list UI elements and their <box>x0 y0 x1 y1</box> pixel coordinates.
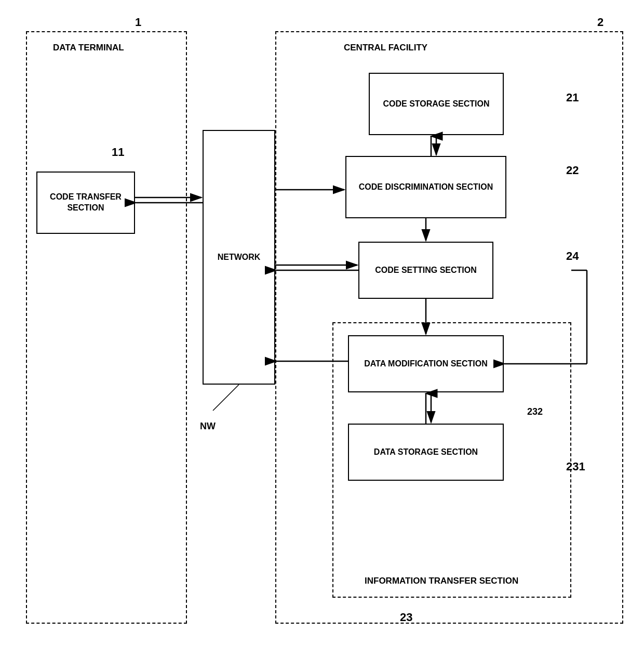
code-discrimination-section-box: CODE DISCRIMINATION SECTION <box>345 156 506 218</box>
information-transfer-section-label: INFORMATION TRANSFER SECTION <box>365 576 518 586</box>
network-box: NETWORK <box>203 130 275 385</box>
central-facility-label: CENTRAL FACILITY <box>344 43 427 53</box>
code-discrimination-section-label: CODE DISCRIMINATION SECTION <box>359 182 493 193</box>
network-label: NETWORK <box>218 252 261 263</box>
code-setting-section-label: CODE SETTING SECTION <box>375 265 477 276</box>
data-terminal-box: DATA TERMINAL <box>26 31 187 624</box>
code-storage-section-label: CODE STORAGE SECTION <box>383 99 489 110</box>
diagram-container: 1 2 DATA TERMINAL CENTRAL FACILITY 11 CO… <box>16 16 628 655</box>
svg-line-19 <box>213 385 239 411</box>
ref-1: 1 <box>135 16 141 29</box>
ref-11: 11 <box>112 146 124 159</box>
ref-22: 22 <box>566 164 579 177</box>
ref-24: 24 <box>566 249 579 263</box>
information-transfer-section-box: INFORMATION TRANSFER SECTION <box>332 322 571 598</box>
code-storage-section-box: CODE STORAGE SECTION <box>369 73 504 135</box>
ref-21: 21 <box>566 91 579 104</box>
ref-23: 23 <box>400 611 412 624</box>
code-setting-section-box: CODE SETTING SECTION <box>358 242 493 299</box>
code-transfer-section-box: CODE TRANSFER SECTION <box>36 172 135 234</box>
data-terminal-label: DATA TERMINAL <box>53 43 124 53</box>
ref-2: 2 <box>597 16 603 29</box>
code-transfer-section-label: CODE TRANSFER SECTION <box>37 192 134 214</box>
ref-nw: NW <box>200 421 216 432</box>
